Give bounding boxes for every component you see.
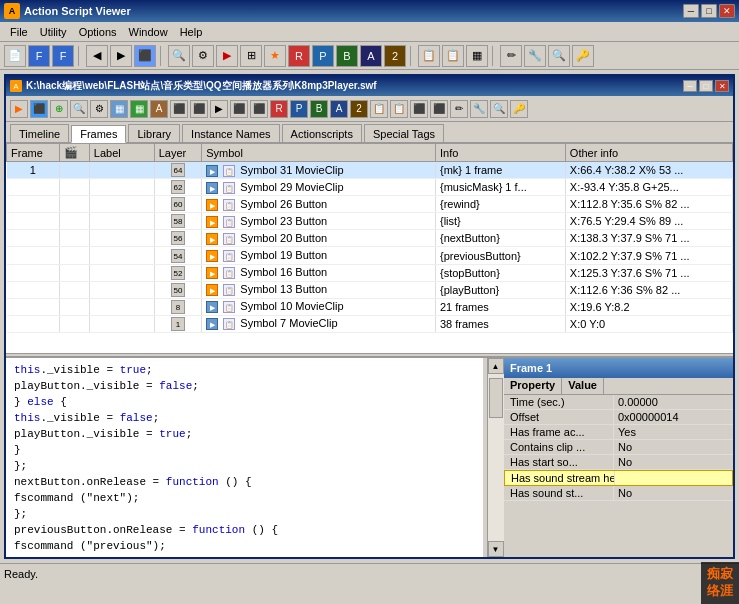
tab-frames[interactable]: Frames xyxy=(71,125,126,143)
table-row[interactable]: 58 ▶ 📋 Symbol 23 Button {list} X:76.5 Y:… xyxy=(7,213,733,230)
fwd-btn[interactable]: ▶ xyxy=(110,45,132,67)
code-line: this._visible = true; xyxy=(14,362,475,378)
cell-info: {previousButton} xyxy=(435,247,565,264)
tab-actionscripts[interactable]: Actionscripts xyxy=(282,124,362,142)
swf-tool14[interactable]: R xyxy=(270,100,288,118)
open-btn[interactable]: F xyxy=(28,45,50,67)
tool3[interactable]: ⬛ xyxy=(134,45,156,67)
swf-minimize[interactable]: ─ xyxy=(683,80,697,92)
swf-tool12[interactable]: ⬛ xyxy=(230,100,248,118)
table-row[interactable]: 62 ▶ 📋 Symbol 29 MovieClip {musicMask} 1… xyxy=(7,179,733,196)
tool6[interactable]: ▶ xyxy=(216,45,238,67)
minimize-button[interactable]: ─ xyxy=(683,4,699,18)
cell-layer xyxy=(59,315,89,332)
table-row[interactable]: 1 64 ▶ 📋 Symbol 31 MovieClip {mk} 1 fram… xyxy=(7,162,733,179)
swf-tool10[interactable]: ⬛ xyxy=(190,100,208,118)
swf-tool9[interactable]: ⬛ xyxy=(170,100,188,118)
swf-tool6[interactable]: ▦ xyxy=(110,100,128,118)
tool17[interactable]: ✏ xyxy=(500,45,522,67)
tool7[interactable]: ⊞ xyxy=(240,45,262,67)
tool4[interactable]: 🔍 xyxy=(168,45,190,67)
table-row[interactable]: 60 ▶ 📋 Symbol 26 Button {rewind} X:112.8… xyxy=(7,196,733,213)
tool11[interactable]: B xyxy=(336,45,358,67)
tab-timeline[interactable]: Timeline xyxy=(10,124,69,142)
cell-info: {stopButton} xyxy=(435,264,565,281)
table-row[interactable]: 52 ▶ 📋 Symbol 16 Button {stopButton} X:1… xyxy=(7,264,733,281)
props-row: Has sound stream head xyxy=(504,470,733,486)
swf-tool8[interactable]: A xyxy=(150,100,168,118)
props-header: Property Value xyxy=(504,378,733,395)
swf-tool2[interactable]: ⬛ xyxy=(30,100,48,118)
swf-tool25[interactable]: 🔍 xyxy=(490,100,508,118)
swf-tool3[interactable]: ⊕ xyxy=(50,100,68,118)
menu-options[interactable]: Options xyxy=(73,25,123,39)
maximize-button[interactable]: □ xyxy=(701,4,717,18)
menu-file[interactable]: File xyxy=(4,25,34,39)
swf-tool23[interactable]: ✏ xyxy=(450,100,468,118)
tool19[interactable]: 🔍 xyxy=(548,45,570,67)
swf-tool11[interactable]: ▶ xyxy=(210,100,228,118)
tool13[interactable]: 2 xyxy=(384,45,406,67)
cell-other: X:102.2 Y:37.9 S% 71 ... xyxy=(565,247,732,264)
cell-info: {rewind} xyxy=(435,196,565,213)
cell-num: 62 xyxy=(154,179,201,196)
menu-bar: File Utility Options Window Help xyxy=(0,22,739,42)
menu-window[interactable]: Window xyxy=(123,25,174,39)
swf-tool13[interactable]: ⬛ xyxy=(250,100,268,118)
cell-symbol: ▶ 📋 Symbol 23 Button xyxy=(202,213,436,230)
tool5[interactable]: ⚙ xyxy=(192,45,214,67)
table-row[interactable]: 8 ▶ 📋 Symbol 10 MovieClip 21 frames X:19… xyxy=(7,298,733,315)
scroll-thumb[interactable] xyxy=(489,378,503,418)
scroll-down[interactable]: ▼ xyxy=(488,541,504,557)
props-val: 0x00000014 xyxy=(614,410,733,424)
swf-close[interactable]: ✕ xyxy=(715,80,729,92)
swf-tool24[interactable]: 🔧 xyxy=(470,100,488,118)
tab-special-tags[interactable]: Special Tags xyxy=(364,124,444,142)
close-button[interactable]: ✕ xyxy=(719,4,735,18)
tool15[interactable]: 📋 xyxy=(442,45,464,67)
props-key: Has frame ac... xyxy=(504,425,614,439)
cell-layer xyxy=(59,281,89,298)
table-row[interactable]: 56 ▶ 📋 Symbol 20 Button {nextButton} X:1… xyxy=(7,230,733,247)
swf-tool15[interactable]: P xyxy=(290,100,308,118)
swf-tool18[interactable]: 2 xyxy=(350,100,368,118)
tab-instance-names[interactable]: Instance Names xyxy=(182,124,279,142)
tool14[interactable]: 📋 xyxy=(418,45,440,67)
tool20[interactable]: 🔑 xyxy=(572,45,594,67)
tool18[interactable]: 🔧 xyxy=(524,45,546,67)
table-row[interactable]: 1 ▶ 📋 Symbol 7 MovieClip 38 frames X:0 Y… xyxy=(7,315,733,332)
table-row[interactable]: 50 ▶ 📋 Symbol 13 Button {playButton} X:1… xyxy=(7,281,733,298)
tab-library[interactable]: Library xyxy=(128,124,180,142)
swf-tool4[interactable]: 🔍 xyxy=(70,100,88,118)
tool12[interactable]: A xyxy=(360,45,382,67)
vertical-scrollbar[interactable]: ▲ ▼ xyxy=(487,358,503,557)
tool16[interactable]: ▦ xyxy=(466,45,488,67)
scroll-up[interactable]: ▲ xyxy=(488,358,504,374)
cell-layer xyxy=(59,230,89,247)
swf-maximize[interactable]: □ xyxy=(699,80,713,92)
table-row[interactable]: 54 ▶ 📋 Symbol 19 Button {previousButton}… xyxy=(7,247,733,264)
swf-tool16[interactable]: B xyxy=(310,100,328,118)
swf-tool20[interactable]: 📋 xyxy=(390,100,408,118)
props-val: No xyxy=(614,440,733,454)
new-btn[interactable]: 📄 xyxy=(4,45,26,67)
swf-tool21[interactable]: ⬛ xyxy=(410,100,428,118)
swf-tool19[interactable]: 📋 xyxy=(370,100,388,118)
swf-tool1[interactable]: ▶ xyxy=(10,100,28,118)
cell-layer xyxy=(59,247,89,264)
swf-tool5[interactable]: ⚙ xyxy=(90,100,108,118)
main-area: A K:\hack编程\web\FLASH站点\音乐类型\QQ空间播放器系列\K… xyxy=(0,70,739,563)
swf-tool7[interactable]: ▦ xyxy=(130,100,148,118)
scroll-track[interactable] xyxy=(488,374,504,541)
tool10[interactable]: P xyxy=(312,45,334,67)
back-btn[interactable]: ◀ xyxy=(86,45,108,67)
save-btn[interactable]: F xyxy=(52,45,74,67)
menu-utility[interactable]: Utility xyxy=(34,25,73,39)
swf-tool22[interactable]: ⬛ xyxy=(430,100,448,118)
swf-tool26[interactable]: 🔑 xyxy=(510,100,528,118)
tool9[interactable]: R xyxy=(288,45,310,67)
swf-tool17[interactable]: A xyxy=(330,100,348,118)
tool8[interactable]: ★ xyxy=(264,45,286,67)
menu-help[interactable]: Help xyxy=(174,25,209,39)
props-row: Has sound st... No xyxy=(504,486,733,501)
